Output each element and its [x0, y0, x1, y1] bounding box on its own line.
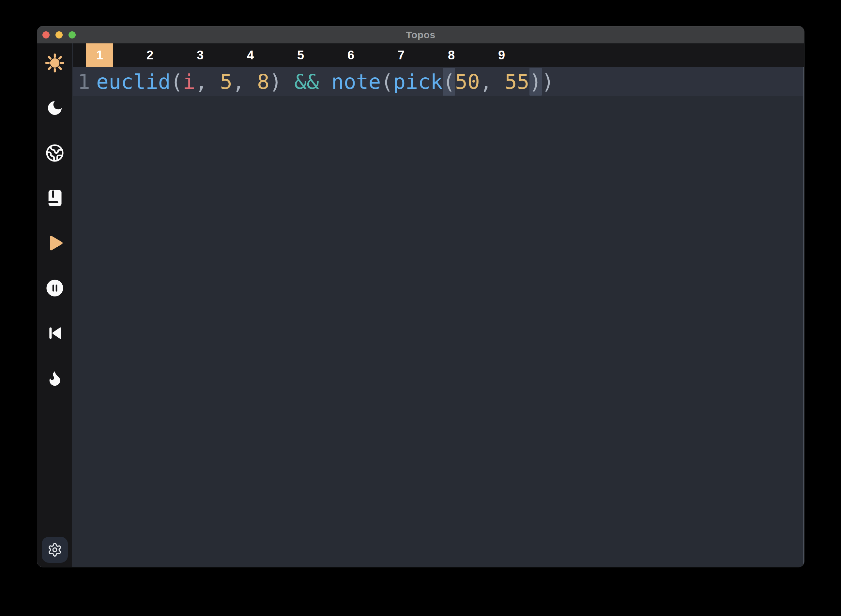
- sidebar-button-play[interactable]: [37, 221, 72, 265]
- sidebar-button-flame[interactable]: [37, 356, 72, 400]
- sidebar-icons: [37, 40, 72, 400]
- tab-9[interactable]: 9: [488, 43, 515, 67]
- main-panel: 123456789 1 euclid(i, 5, 8) && note(pick…: [73, 43, 804, 567]
- window-content: 123456789 1 euclid(i, 5, 8) && note(pick…: [37, 43, 804, 567]
- tab-8[interactable]: 8: [438, 43, 465, 67]
- sidebar-button-earth[interactable]: [37, 131, 72, 176]
- sidebar-button-book[interactable]: [37, 176, 72, 221]
- moon-icon: [46, 99, 64, 117]
- titlebar: Topos: [37, 26, 804, 43]
- earth-icon: [45, 144, 64, 163]
- zoom-button[interactable]: [69, 31, 76, 38]
- sidebar-button-moon[interactable]: [37, 85, 72, 131]
- tab-2[interactable]: 2: [136, 43, 163, 67]
- close-button[interactable]: [42, 31, 50, 38]
- tab-6[interactable]: 6: [337, 43, 364, 67]
- skip-back-icon: [46, 324, 64, 342]
- sidebar-button-pause-circle[interactable]: [37, 265, 72, 311]
- window-title: Topos: [37, 29, 804, 40]
- play-icon: [45, 233, 64, 253]
- tab-7[interactable]: 7: [388, 43, 415, 67]
- line-number: 1: [78, 70, 90, 94]
- code-line-content: euclid(i, 5, 8) && note(pick(50, 55)): [96, 70, 554, 94]
- sidebar-button-skip-back[interactable]: [37, 311, 72, 356]
- gear-icon: [47, 542, 62, 557]
- sidebar-footer: [42, 537, 68, 563]
- pause-circle-icon: [45, 279, 64, 298]
- book-icon: [45, 189, 64, 207]
- code-line: 1 euclid(i, 5, 8) && note(pick(50, 55)): [73, 67, 803, 96]
- sun-icon: [45, 53, 65, 73]
- settings-button[interactable]: [42, 537, 68, 563]
- tab-3[interactable]: 3: [187, 43, 214, 67]
- tab-5[interactable]: 5: [287, 43, 314, 67]
- sidebar-button-sun[interactable]: [37, 40, 72, 85]
- minimize-button[interactable]: [56, 31, 63, 38]
- sidebar: [37, 43, 73, 567]
- traffic-lights: [42, 31, 76, 38]
- code-editor[interactable]: 1 euclid(i, 5, 8) && note(pick(50, 55)): [73, 67, 804, 567]
- flame-icon: [46, 369, 64, 387]
- tab-bar: 123456789: [73, 43, 804, 67]
- tab-1[interactable]: 1: [86, 43, 113, 67]
- app-window: Topos: [37, 26, 804, 568]
- tab-4[interactable]: 4: [237, 43, 264, 67]
